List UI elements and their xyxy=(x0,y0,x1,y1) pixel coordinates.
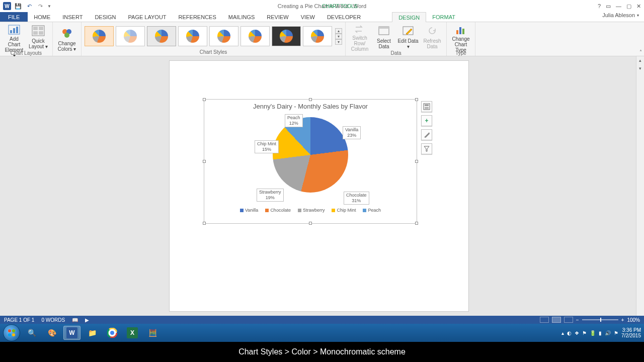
edit-data-icon xyxy=(400,24,416,37)
tray-icon-1[interactable]: ◐ xyxy=(567,330,572,336)
chart-style-3[interactable] xyxy=(147,26,176,46)
chart-title[interactable]: Jenny's Dairy - Monthly Sales by Flavor xyxy=(204,100,417,110)
change-colors-button[interactable]: Change Colors ▾ xyxy=(56,26,78,53)
ribbon: Add Chart Element ▾ Quick Layout ▾ Chart… xyxy=(0,22,644,56)
tab-view[interactable]: VIEW xyxy=(295,12,321,22)
gallery-down-icon[interactable]: ▾ xyxy=(335,34,342,39)
group-data: Switch Row/ Column Select Data Edit Data… xyxy=(346,22,447,56)
tab-chart-format[interactable]: FORMAT xyxy=(426,12,461,22)
group-chart-layouts: Add Chart Element ▾ Quick Layout ▾ Chart… xyxy=(0,22,53,56)
title-bar: W 💾 ↶ ↷ ▼ Creating a Pie Chart in Word -… xyxy=(0,0,644,12)
chart-object[interactable]: Jenny's Dairy - Monthly Sales by Flavor … xyxy=(204,99,417,224)
close-icon[interactable]: ✕ xyxy=(636,3,641,10)
tab-chart-design[interactable]: DESIGN xyxy=(392,12,426,22)
user-account[interactable]: Julia Ableson▾ xyxy=(602,12,639,18)
chart-filters-button[interactable] xyxy=(421,143,432,154)
svg-rect-13 xyxy=(379,27,389,29)
maximize-icon[interactable]: ▢ xyxy=(626,3,631,10)
start-button[interactable] xyxy=(3,324,20,341)
chart-style-6[interactable] xyxy=(240,26,270,46)
ribbon-display-icon[interactable]: ▭ xyxy=(606,3,611,10)
gallery-up-icon[interactable]: ▴ xyxy=(335,28,342,34)
collapse-ribbon-icon[interactable]: ˄ xyxy=(639,49,642,55)
tab-page-layout[interactable]: PAGE LAYOUT xyxy=(122,12,173,22)
svg-rect-2 xyxy=(13,28,15,33)
status-bar: PAGE 1 OF 1 0 WORDS 📖 ▶ − + 100% xyxy=(0,316,644,324)
tray-icon-2[interactable]: ❖ xyxy=(575,330,579,336)
web-layout-button[interactable] xyxy=(564,317,573,323)
data-label-chip-mint[interactable]: Chip Mint15% xyxy=(255,140,279,153)
document-page[interactable]: Jenny's Dairy - Monthly Sales by Flavor … xyxy=(169,60,469,312)
battery-icon[interactable]: 🔋 xyxy=(590,330,596,336)
chart-style-5[interactable] xyxy=(209,26,238,46)
network-icon[interactable]: ▮ xyxy=(599,330,602,336)
zoom-level[interactable]: 100% xyxy=(627,317,640,323)
taskbar-magnifier-icon[interactable]: 🔍 xyxy=(23,326,40,340)
macro-icon[interactable]: ▶ xyxy=(85,317,89,323)
taskbar-word-icon[interactable]: W xyxy=(63,326,80,340)
pie-chart[interactable] xyxy=(273,117,348,193)
chart-style-7[interactable] xyxy=(272,26,301,46)
document-workspace: Jenny's Dairy - Monthly Sales by Flavor … xyxy=(0,56,644,316)
zoom-in-button[interactable]: + xyxy=(621,317,624,323)
scroll-up-icon[interactable]: ▴ xyxy=(636,56,644,64)
taskbar-explorer-icon[interactable]: 📁 xyxy=(84,326,101,340)
chart-style-4[interactable] xyxy=(178,26,207,46)
gallery-more-icon[interactable]: ▾ xyxy=(335,39,342,45)
scroll-down-icon[interactable]: ▾ xyxy=(636,64,644,72)
taskbar-excel-icon[interactable]: X xyxy=(124,326,141,340)
show-hidden-icon[interactable]: ▴ xyxy=(561,330,564,336)
taskbar-clock[interactable]: 3:36 PM 7/2/2015 xyxy=(621,327,641,338)
zoom-out-button[interactable]: − xyxy=(576,317,579,323)
taskbar-calculator-icon[interactable]: 🧮 xyxy=(144,326,161,340)
chart-style-1[interactable] xyxy=(85,26,114,46)
tab-developer[interactable]: DEVELOPER xyxy=(321,12,367,22)
chart-styles-button[interactable] xyxy=(421,129,432,140)
change-colors-icon xyxy=(59,27,75,40)
tab-design[interactable]: DESIGN xyxy=(89,12,122,22)
data-label-strawberry[interactable]: Strawberry19% xyxy=(257,189,284,202)
data-label-peach[interactable]: Peach12% xyxy=(285,114,303,127)
add-chart-element-button[interactable]: Add Chart Element ▾ xyxy=(3,23,25,50)
vertical-scrollbar[interactable]: ▴ ▾ xyxy=(636,56,644,316)
svg-point-11 xyxy=(64,33,69,38)
edit-data-button[interactable]: Edit Data ▾ xyxy=(397,23,419,50)
spellcheck-icon[interactable]: 📖 xyxy=(72,317,78,323)
svg-rect-15 xyxy=(456,30,458,34)
quick-layout-button[interactable]: Quick Layout ▾ xyxy=(27,23,49,50)
plot-area[interactable]: Vanilla23% Chocolate31% Strawberry19% Ch… xyxy=(204,110,417,206)
switch-row-column-button: Switch Row/ Column xyxy=(349,23,371,50)
page-indicator[interactable]: PAGE 1 OF 1 xyxy=(4,317,34,323)
svg-rect-3 xyxy=(16,27,18,33)
chart-style-8[interactable] xyxy=(303,26,332,46)
action-center-icon[interactable]: ⚑ xyxy=(614,330,618,336)
tray-icon-3[interactable]: ⚑ xyxy=(582,330,587,336)
read-mode-button[interactable] xyxy=(540,317,549,323)
tab-review[interactable]: REVIEW xyxy=(261,12,294,22)
print-layout-button[interactable] xyxy=(552,317,561,323)
chart-elements-button[interactable]: + xyxy=(421,115,432,126)
data-label-vanilla[interactable]: Vanilla23% xyxy=(343,126,361,139)
select-data-button[interactable]: Select Data xyxy=(373,23,395,50)
change-chart-type-button[interactable]: Change Chart Type xyxy=(450,23,472,50)
tab-references[interactable]: REFERENCES xyxy=(173,12,222,22)
save-icon[interactable]: 💾 xyxy=(14,2,22,10)
redo-icon[interactable]: ↷ xyxy=(36,2,44,10)
minimize-icon[interactable]: — xyxy=(616,3,621,10)
tab-mailings[interactable]: MAILINGS xyxy=(222,12,261,22)
volume-icon[interactable]: 🔊 xyxy=(605,330,611,336)
taskbar-chrome-icon[interactable] xyxy=(104,326,121,340)
zoom-slider[interactable] xyxy=(582,319,618,320)
tab-file[interactable]: FILE xyxy=(0,12,28,22)
chart-legend[interactable]: Vanilla Chocolate Strawberry Chip Mint P… xyxy=(204,206,417,213)
taskbar-paint-icon[interactable]: 🎨 xyxy=(43,326,60,340)
chart-style-2[interactable] xyxy=(116,26,145,46)
layout-options-button[interactable] xyxy=(421,101,432,112)
undo-icon[interactable]: ↶ xyxy=(25,2,33,10)
help-icon[interactable]: ? xyxy=(598,3,601,10)
word-count[interactable]: 0 WORDS xyxy=(41,317,65,323)
tab-insert[interactable]: INSERT xyxy=(56,12,89,22)
tab-home[interactable]: HOME xyxy=(28,12,56,22)
qat-dropdown-icon[interactable]: ▼ xyxy=(47,4,51,9)
data-label-chocolate[interactable]: Chocolate31% xyxy=(344,192,369,205)
